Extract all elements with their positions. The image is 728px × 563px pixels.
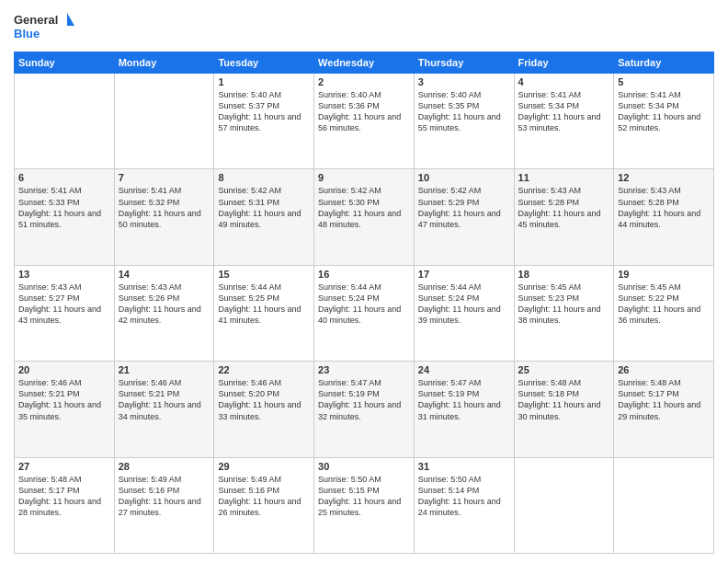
day-info: Sunrise: 5:40 AM Sunset: 5:37 PM Dayligh… [218, 89, 310, 134]
day-number: 23 [318, 364, 410, 375]
calendar-day-header: Thursday [414, 52, 514, 74]
calendar-cell [15, 74, 115, 169]
calendar-cell: 31Sunrise: 5:50 AM Sunset: 5:14 PM Dayli… [414, 457, 514, 553]
calendar-cell: 13Sunrise: 5:43 AM Sunset: 5:27 PM Dayli… [15, 265, 115, 361]
day-info: Sunrise: 5:49 AM Sunset: 5:16 PM Dayligh… [119, 474, 210, 519]
day-number: 24 [418, 364, 510, 375]
day-number: 7 [119, 172, 210, 183]
calendar-cell: 16Sunrise: 5:44 AM Sunset: 5:24 PM Dayli… [314, 265, 415, 361]
svg-marker-2 [67, 13, 74, 26]
calendar-week-row: 6Sunrise: 5:41 AM Sunset: 5:33 PM Daylig… [15, 169, 714, 265]
day-number: 27 [18, 461, 110, 472]
day-number: 30 [318, 461, 410, 472]
calendar-cell: 5Sunrise: 5:41 AM Sunset: 5:34 PM Daylig… [614, 74, 714, 169]
day-number: 21 [119, 364, 210, 375]
day-info: Sunrise: 5:50 AM Sunset: 5:15 PM Dayligh… [318, 474, 410, 519]
calendar-cell: 17Sunrise: 5:44 AM Sunset: 5:24 PM Dayli… [414, 265, 514, 361]
day-number: 28 [119, 461, 210, 472]
calendar-week-row: 13Sunrise: 5:43 AM Sunset: 5:27 PM Dayli… [15, 265, 714, 361]
day-number: 13 [18, 269, 110, 280]
calendar-cell [114, 74, 214, 169]
calendar-cell: 27Sunrise: 5:48 AM Sunset: 5:17 PM Dayli… [15, 457, 115, 553]
day-info: Sunrise: 5:41 AM Sunset: 5:33 PM Dayligh… [18, 185, 110, 230]
day-number: 22 [218, 364, 310, 375]
page: General Blue SundayMondayTuesdayWednesda… [0, 0, 728, 563]
calendar-cell [614, 457, 714, 553]
day-info: Sunrise: 5:48 AM Sunset: 5:17 PM Dayligh… [18, 474, 110, 519]
calendar-week-row: 20Sunrise: 5:46 AM Sunset: 5:21 PM Dayli… [15, 362, 714, 457]
day-info: Sunrise: 5:41 AM Sunset: 5:32 PM Dayligh… [119, 185, 210, 230]
calendar-day-header: Sunday [15, 52, 115, 74]
day-number: 6 [18, 172, 110, 183]
day-number: 14 [119, 269, 210, 280]
calendar-cell: 11Sunrise: 5:43 AM Sunset: 5:28 PM Dayli… [514, 169, 614, 265]
day-info: Sunrise: 5:46 AM Sunset: 5:21 PM Dayligh… [119, 377, 210, 422]
day-info: Sunrise: 5:46 AM Sunset: 5:20 PM Dayligh… [218, 377, 310, 422]
calendar-cell: 12Sunrise: 5:43 AM Sunset: 5:28 PM Dayli… [614, 169, 714, 265]
day-info: Sunrise: 5:40 AM Sunset: 5:35 PM Dayligh… [418, 89, 510, 134]
header: General Blue [14, 9, 714, 44]
day-number: 18 [518, 269, 610, 280]
day-info: Sunrise: 5:46 AM Sunset: 5:21 PM Dayligh… [18, 377, 110, 422]
day-info: Sunrise: 5:43 AM Sunset: 5:28 PM Dayligh… [518, 185, 610, 230]
day-number: 20 [18, 364, 110, 375]
day-info: Sunrise: 5:43 AM Sunset: 5:28 PM Dayligh… [618, 185, 710, 230]
calendar-cell: 28Sunrise: 5:49 AM Sunset: 5:16 PM Dayli… [114, 457, 214, 553]
svg-text:Blue: Blue [14, 27, 40, 40]
day-number: 29 [218, 461, 310, 472]
calendar-cell: 8Sunrise: 5:42 AM Sunset: 5:31 PM Daylig… [214, 169, 314, 265]
calendar-cell: 18Sunrise: 5:45 AM Sunset: 5:23 PM Dayli… [514, 265, 614, 361]
calendar-week-row: 1Sunrise: 5:40 AM Sunset: 5:37 PM Daylig… [15, 74, 714, 169]
day-info: Sunrise: 5:50 AM Sunset: 5:14 PM Dayligh… [418, 474, 510, 519]
day-number: 11 [518, 172, 610, 183]
calendar-cell: 2Sunrise: 5:40 AM Sunset: 5:36 PM Daylig… [314, 74, 415, 169]
day-info: Sunrise: 5:45 AM Sunset: 5:22 PM Dayligh… [618, 282, 710, 327]
calendar-header-row: SundayMondayTuesdayWednesdayThursdayFrid… [15, 52, 714, 74]
calendar-cell: 24Sunrise: 5:47 AM Sunset: 5:19 PM Dayli… [414, 362, 514, 457]
day-info: Sunrise: 5:40 AM Sunset: 5:36 PM Dayligh… [318, 89, 410, 134]
calendar-day-header: Wednesday [314, 52, 415, 74]
calendar-cell: 4Sunrise: 5:41 AM Sunset: 5:34 PM Daylig… [514, 74, 614, 169]
calendar-day-header: Tuesday [214, 52, 314, 74]
calendar-cell: 22Sunrise: 5:46 AM Sunset: 5:20 PM Dayli… [214, 362, 314, 457]
day-number: 31 [418, 461, 510, 472]
day-info: Sunrise: 5:48 AM Sunset: 5:17 PM Dayligh… [618, 377, 710, 422]
calendar-cell: 3Sunrise: 5:40 AM Sunset: 5:35 PM Daylig… [414, 74, 514, 169]
calendar-day-header: Saturday [614, 52, 714, 74]
day-number: 26 [618, 364, 710, 375]
day-number: 5 [618, 76, 710, 87]
day-number: 2 [318, 76, 410, 87]
day-info: Sunrise: 5:42 AM Sunset: 5:31 PM Dayligh… [218, 185, 310, 230]
day-info: Sunrise: 5:44 AM Sunset: 5:25 PM Dayligh… [218, 282, 310, 327]
day-number: 16 [318, 269, 410, 280]
day-info: Sunrise: 5:49 AM Sunset: 5:16 PM Dayligh… [218, 474, 310, 519]
calendar-cell: 25Sunrise: 5:48 AM Sunset: 5:18 PM Dayli… [514, 362, 614, 457]
day-number: 12 [618, 172, 710, 183]
calendar-cell: 21Sunrise: 5:46 AM Sunset: 5:21 PM Dayli… [114, 362, 214, 457]
calendar-cell: 20Sunrise: 5:46 AM Sunset: 5:21 PM Dayli… [15, 362, 115, 457]
day-info: Sunrise: 5:47 AM Sunset: 5:19 PM Dayligh… [418, 377, 510, 422]
day-info: Sunrise: 5:41 AM Sunset: 5:34 PM Dayligh… [618, 89, 710, 134]
calendar-day-header: Monday [114, 52, 214, 74]
calendar-table: SundayMondayTuesdayWednesdayThursdayFrid… [14, 52, 714, 554]
calendar-cell: 30Sunrise: 5:50 AM Sunset: 5:15 PM Dayli… [314, 457, 415, 553]
calendar-cell: 6Sunrise: 5:41 AM Sunset: 5:33 PM Daylig… [15, 169, 115, 265]
generalblue-logo-icon: General Blue [14, 9, 78, 44]
calendar-week-row: 27Sunrise: 5:48 AM Sunset: 5:17 PM Dayli… [15, 457, 714, 553]
calendar-cell: 14Sunrise: 5:43 AM Sunset: 5:26 PM Dayli… [114, 265, 214, 361]
calendar-cell: 7Sunrise: 5:41 AM Sunset: 5:32 PM Daylig… [114, 169, 214, 265]
day-number: 19 [618, 269, 710, 280]
calendar-cell: 1Sunrise: 5:40 AM Sunset: 5:37 PM Daylig… [214, 74, 314, 169]
day-number: 1 [218, 76, 310, 87]
calendar-cell: 26Sunrise: 5:48 AM Sunset: 5:17 PM Dayli… [614, 362, 714, 457]
day-info: Sunrise: 5:43 AM Sunset: 5:27 PM Dayligh… [18, 282, 110, 327]
day-number: 4 [518, 76, 610, 87]
day-info: Sunrise: 5:43 AM Sunset: 5:26 PM Dayligh… [119, 282, 210, 327]
calendar-cell: 15Sunrise: 5:44 AM Sunset: 5:25 PM Dayli… [214, 265, 314, 361]
calendar-cell: 23Sunrise: 5:47 AM Sunset: 5:19 PM Dayli… [314, 362, 415, 457]
calendar-cell: 10Sunrise: 5:42 AM Sunset: 5:29 PM Dayli… [414, 169, 514, 265]
day-number: 10 [418, 172, 510, 183]
day-info: Sunrise: 5:47 AM Sunset: 5:19 PM Dayligh… [318, 377, 410, 422]
logo: General Blue [14, 9, 78, 44]
day-info: Sunrise: 5:41 AM Sunset: 5:34 PM Dayligh… [518, 89, 610, 134]
